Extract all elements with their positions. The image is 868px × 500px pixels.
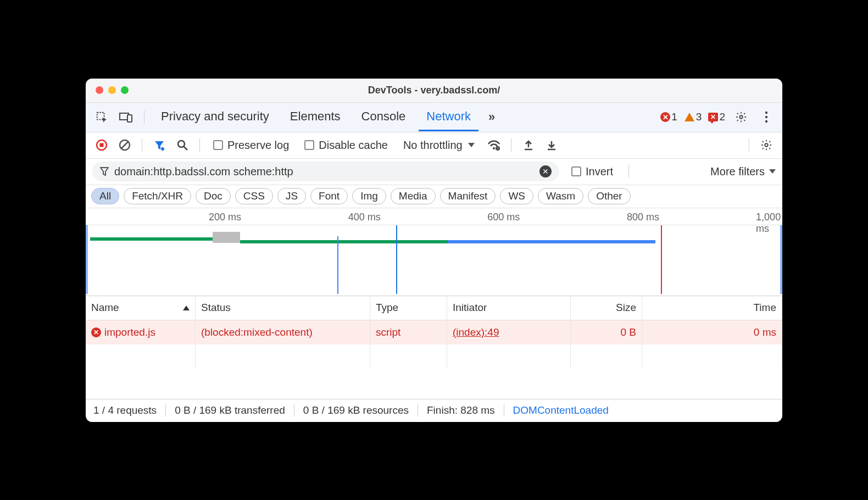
traffic-lights (96, 86, 129, 94)
svg-rect-2 (127, 115, 132, 122)
column-label: Name (91, 302, 119, 314)
invert-checkbox[interactable]: Invert (566, 165, 619, 178)
svg-line-13 (184, 147, 187, 150)
download-har-icon[interactable] (542, 136, 561, 154)
disable-cache-checkbox[interactable]: Disable cache (299, 139, 393, 152)
filter-icon[interactable] (150, 136, 169, 154)
column-label: Status (201, 302, 231, 314)
inspect-element-icon[interactable] (92, 108, 111, 126)
filter-row: domain:http.badssl.com scheme:http ✕ Inv… (86, 159, 782, 185)
table-row-empty (86, 345, 782, 369)
column-name[interactable]: Name (86, 296, 196, 320)
window-title: DevTools - very.badssl.com/ (368, 85, 500, 96)
error-count[interactable]: ✕ 1 (660, 111, 677, 123)
window-minimize-button[interactable] (108, 86, 116, 94)
more-menu-icon[interactable] (757, 108, 776, 126)
network-toolbar: Preserve log Disable cache No throttling (86, 132, 782, 159)
upload-har-icon[interactable] (519, 136, 538, 154)
settings-icon[interactable] (732, 108, 750, 126)
titlebar: DevTools - very.badssl.com/ (86, 79, 782, 103)
table-header: Name Status Type Initiator Size Time (86, 296, 782, 320)
clear-filter-icon[interactable]: ✕ (539, 165, 552, 177)
tab-network[interactable]: Network (419, 103, 478, 131)
divider (144, 110, 144, 124)
status-finish: Finish: 828 ms (418, 404, 504, 416)
column-type[interactable]: Type (370, 296, 447, 320)
timeline-tick: 400 ms (348, 212, 381, 223)
tab-elements[interactable]: Elements (282, 103, 348, 131)
panel-tabs-row: Privacy and security Elements Console Ne… (86, 103, 782, 132)
tab-privacy-and-security[interactable]: Privacy and security (153, 103, 277, 131)
timeline-tick: 600 ms (487, 212, 520, 223)
timeline-tick: 800 ms (627, 212, 659, 223)
resource-type-chips: All Fetch/XHR Doc CSS JS Font Img Media … (86, 185, 782, 208)
chip-wasm[interactable]: Wasm (538, 188, 583, 204)
chip-fetch-xhr[interactable]: Fetch/XHR (124, 188, 191, 204)
chip-css[interactable]: CSS (235, 188, 273, 204)
status-requests: 1 / 4 requests (93, 404, 166, 416)
divider (511, 138, 511, 152)
chevron-down-icon (769, 169, 776, 174)
window-close-button[interactable] (96, 86, 103, 94)
chip-manifest[interactable]: Manifest (440, 188, 496, 204)
search-icon[interactable] (173, 136, 192, 154)
preserve-log-checkbox[interactable]: Preserve log (208, 139, 294, 152)
chip-font[interactable]: Font (310, 188, 348, 204)
column-size[interactable]: Size (571, 296, 642, 320)
warning-count[interactable]: 3 (684, 111, 702, 123)
table-row[interactable]: ✕ imported.js (blocked:mixed-content) sc… (86, 320, 782, 345)
window-maximize-button[interactable] (121, 86, 129, 94)
status-domcontentloaded[interactable]: DOMContentLoaded (504, 404, 609, 416)
svg-rect-8 (100, 143, 104, 147)
svg-point-3 (739, 115, 743, 119)
chip-js[interactable]: JS (277, 188, 306, 204)
filter-text: domain:http.badssl.com scheme:http (114, 165, 293, 178)
device-toolbar-icon[interactable] (116, 108, 135, 126)
cell-initiator: (index):49 (447, 320, 571, 345)
network-settings-icon[interactable] (757, 136, 776, 154)
disable-cache-label: Disable cache (319, 139, 388, 152)
chip-doc[interactable]: Doc (196, 188, 231, 204)
tab-console[interactable]: Console (354, 103, 414, 131)
initiator-link[interactable]: (index):49 (453, 326, 499, 338)
top-right-controls: ✕ 1 3 ✕ 2 (660, 108, 776, 126)
column-status[interactable]: Status (196, 296, 370, 320)
divider (628, 165, 629, 178)
throttling-value: No throttling (403, 139, 463, 152)
messages-count[interactable]: ✕ 2 (708, 111, 725, 123)
column-time[interactable]: Time (642, 296, 782, 320)
time-text: 0 ms (754, 326, 776, 338)
tabs-overflow-icon[interactable]: » (484, 110, 499, 124)
svg-point-11 (161, 147, 164, 151)
timeline-overview[interactable]: 200 ms 400 ms 600 ms 800 ms 1,000 ms (86, 208, 782, 296)
devtools-window: DevTools - very.badssl.com/ Privacy and … (86, 79, 782, 422)
throttling-select[interactable]: No throttling (398, 139, 480, 152)
type-text: script (376, 326, 400, 338)
svg-point-18 (765, 143, 768, 147)
column-label: Initiator (453, 302, 487, 314)
svg-line-10 (121, 142, 128, 148)
chip-media[interactable]: Media (391, 188, 436, 204)
cell-size: 0 B (571, 320, 642, 345)
cell-type: script (370, 320, 447, 345)
cell-status: (blocked:mixed-content) (196, 320, 370, 345)
size-text: 0 B (620, 326, 636, 338)
chip-other[interactable]: Other (588, 188, 631, 204)
filter-input[interactable]: domain:http.badssl.com scheme:http ✕ (92, 162, 559, 181)
checkbox-icon (304, 140, 314, 150)
divider (142, 138, 142, 152)
cell-name: ✕ imported.js (86, 320, 196, 345)
svg-point-6 (765, 120, 767, 123)
chip-all[interactable]: All (91, 188, 119, 204)
more-filters-dropdown[interactable]: More filters (710, 165, 776, 178)
timeline-ruler: 200 ms 400 ms 600 ms 800 ms 1,000 ms (86, 212, 782, 223)
svg-point-5 (765, 116, 767, 118)
network-conditions-icon[interactable] (485, 136, 503, 154)
more-filters-label: More filters (710, 165, 765, 178)
chip-ws[interactable]: WS (500, 188, 533, 204)
chip-img[interactable]: Img (352, 188, 386, 204)
clear-button[interactable] (115, 136, 134, 154)
message-icon: ✕ (708, 113, 718, 121)
record-button[interactable] (92, 136, 111, 154)
column-initiator[interactable]: Initiator (447, 296, 571, 320)
